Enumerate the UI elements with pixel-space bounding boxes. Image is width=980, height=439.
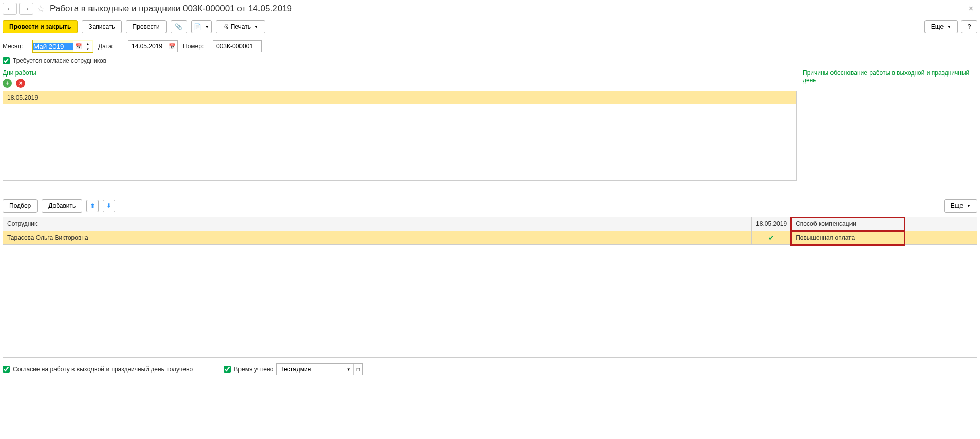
chevron-down-icon: ▼ bbox=[947, 25, 951, 29]
month-input-wrapper: 📅 ▲ ▼ bbox=[32, 40, 93, 53]
consent-required-checkbox[interactable] bbox=[3, 57, 10, 64]
reasons-textarea[interactable] bbox=[803, 86, 977, 189]
post-button[interactable]: Провести bbox=[126, 20, 167, 33]
month-label: Месяц: bbox=[3, 43, 27, 50]
move-down-button[interactable]: ⬇ bbox=[103, 200, 115, 212]
delete-day-icon[interactable]: × bbox=[16, 79, 25, 88]
month-up-button[interactable]: ▲ bbox=[84, 41, 92, 46]
nav-forward-button[interactable]: → bbox=[19, 3, 33, 15]
employee-table: Сотрудник 18.05.2019 Способ компенсации … bbox=[3, 217, 977, 245]
col-compensation-header[interactable]: Способ компенсации bbox=[791, 217, 904, 231]
footer-row: Согласие на работу в выходной и празднич… bbox=[3, 363, 977, 375]
print-label: Печать bbox=[231, 23, 251, 30]
main-toolbar: Провести и закрыть Записать Провести 📎 📄… bbox=[3, 20, 977, 33]
number-input[interactable] bbox=[213, 40, 262, 52]
workdays-section-label: Дни работы bbox=[3, 69, 797, 77]
paperclip-icon: 📎 bbox=[175, 23, 182, 30]
consent-checkbox-row: Требуется согласие сотрудников bbox=[3, 57, 977, 64]
cell-employee[interactable]: Тарасова Ольга Викторовна bbox=[3, 231, 752, 245]
col-date-header[interactable]: 18.05.2019 bbox=[752, 217, 791, 231]
consent-received-label: Согласие на работу в выходной и празднич… bbox=[13, 366, 193, 373]
table-row[interactable]: Тарасова Ольга Викторовна ✔ Повышенная о… bbox=[3, 231, 977, 245]
check-icon: ✔ bbox=[768, 234, 774, 242]
printer-icon: 🖨 bbox=[223, 23, 229, 30]
consent-received-checkbox[interactable] bbox=[3, 366, 10, 373]
create-based-button[interactable]: 📄 ▼ bbox=[191, 20, 212, 33]
workday-item[interactable]: 18.05.2019 bbox=[3, 91, 796, 104]
employee-table-container: Сотрудник 18.05.2019 Способ компенсации … bbox=[3, 217, 977, 358]
favorite-star-icon[interactable]: ☆ bbox=[35, 4, 46, 14]
more-label: Еще bbox=[931, 23, 944, 30]
more-button[interactable]: Еще ▼ bbox=[924, 20, 958, 33]
nav-back-button[interactable]: ← bbox=[3, 3, 17, 15]
month-down-button[interactable]: ▼ bbox=[84, 46, 92, 52]
date-calendar-button[interactable]: 📅 bbox=[167, 41, 177, 52]
month-input[interactable] bbox=[33, 43, 73, 50]
date-label: Дата: bbox=[98, 43, 123, 50]
time-tracked-checkbox[interactable] bbox=[224, 366, 231, 373]
post-and-close-button[interactable]: Провести и закрыть bbox=[3, 20, 78, 33]
select-button[interactable]: Подбор bbox=[3, 199, 38, 213]
date-input[interactable] bbox=[128, 41, 167, 52]
close-icon[interactable]: × bbox=[965, 4, 977, 13]
time-dropdown-button[interactable]: ▼ bbox=[344, 364, 353, 375]
lower-more-button[interactable]: Еще ▼ bbox=[944, 199, 977, 213]
header-bar: ← → ☆ Работа в выходные и праздники 003К… bbox=[3, 3, 977, 15]
chevron-down-icon: ▼ bbox=[967, 204, 971, 208]
month-calendar-button[interactable]: 📅 bbox=[73, 41, 84, 52]
date-input-wrapper: 📅 bbox=[128, 40, 178, 52]
cell-date-check[interactable]: ✔ bbox=[752, 231, 791, 245]
col-employee-header[interactable]: Сотрудник bbox=[3, 217, 752, 231]
consent-required-label: Требуется согласие сотрудников bbox=[13, 57, 106, 64]
reasons-section-label: Причины обоснование работы в выходной и … bbox=[803, 69, 977, 84]
number-label: Номер: bbox=[183, 43, 208, 50]
print-button[interactable]: 🖨 Печать ▼ bbox=[216, 20, 265, 33]
workdays-list[interactable]: 18.05.2019 bbox=[3, 91, 797, 181]
time-tracked-label: Время учтено bbox=[234, 366, 273, 373]
time-select-wrapper: ▼ ◫ bbox=[276, 363, 363, 375]
document-icon: 📄 bbox=[194, 23, 201, 30]
col-spacer bbox=[904, 217, 977, 231]
page-title: Работа в выходные и праздники 003К-00000… bbox=[50, 4, 292, 14]
add-day-icon[interactable]: + bbox=[3, 79, 12, 88]
separator bbox=[3, 195, 977, 195]
attach-button[interactable]: 📎 bbox=[171, 20, 187, 33]
help-button[interactable]: ? bbox=[961, 20, 977, 33]
time-user-input[interactable] bbox=[277, 364, 344, 375]
time-open-button[interactable]: ◫ bbox=[353, 364, 362, 375]
lower-toolbar: Подбор Добавить ⬆ ⬇ Еще ▼ bbox=[3, 199, 977, 213]
lower-more-label: Еще bbox=[951, 202, 963, 209]
add-button[interactable]: Добавить bbox=[42, 199, 82, 213]
save-button[interactable]: Записать bbox=[82, 20, 121, 33]
middle-sections: Дни работы + × 18.05.2019 Причины обосно… bbox=[3, 69, 977, 189]
chevron-down-icon: ▼ bbox=[205, 25, 209, 29]
move-up-button[interactable]: ⬆ bbox=[86, 200, 99, 212]
cell-compensation[interactable]: Повышенная оплата bbox=[791, 231, 904, 245]
chevron-down-icon: ▼ bbox=[254, 25, 258, 29]
form-fields-row: Месяц: 📅 ▲ ▼ Дата: 📅 Номер: bbox=[3, 40, 977, 53]
cell-spacer bbox=[904, 231, 977, 245]
